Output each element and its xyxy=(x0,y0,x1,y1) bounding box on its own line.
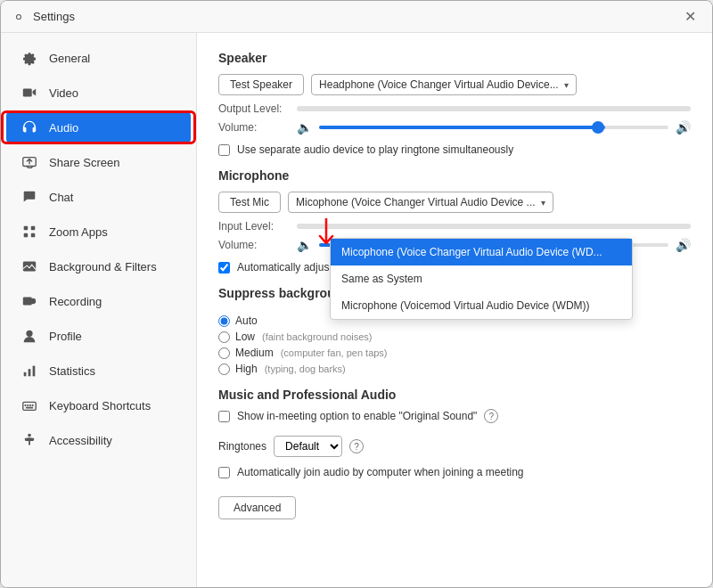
apps-icon xyxy=(20,223,38,241)
suppress-medium-row: Medium (computer fan, pen taps) xyxy=(218,347,691,359)
suppress-auto-label: Auto xyxy=(235,314,258,327)
suppress-high-label: High xyxy=(235,363,258,375)
svg-rect-6 xyxy=(23,262,36,272)
sidebar-item-keyboard-shortcuts[interactable]: Keyboard Shortcuts xyxy=(6,388,191,422)
auto-join-checkbox[interactable] xyxy=(218,467,230,478)
record-icon xyxy=(20,292,38,310)
speaker-chevron-icon: ▾ xyxy=(564,80,569,90)
music-section: Music and Professional Audio Show in-mee… xyxy=(218,388,691,423)
sidebar-item-background-filters[interactable]: Background & Filters xyxy=(6,249,191,283)
test-mic-button[interactable]: Test Mic xyxy=(218,192,281,213)
output-level-label: Output Level: xyxy=(218,102,290,115)
close-button[interactable]: ✕ xyxy=(679,6,701,27)
sidebar-label-accessibility: Accessibility xyxy=(49,434,112,447)
sidebar-item-audio[interactable]: Audio xyxy=(6,110,191,144)
suppress-low-sub: (faint background noises) xyxy=(262,331,373,342)
sidebar-label-profile: Profile xyxy=(49,330,82,343)
sidebar: General Video Audio xyxy=(1,33,197,587)
auto-join-label: Automatically join audio by computer whe… xyxy=(237,466,524,478)
ringtones-select[interactable]: Default xyxy=(274,436,342,457)
mic-option-1[interactable]: Micophone (Voice Changer Virtual Audio D… xyxy=(331,239,632,265)
output-level-bar-container xyxy=(297,106,691,111)
suppress-low-label: Low xyxy=(235,331,255,343)
suppress-medium-radio[interactable] xyxy=(218,347,230,359)
profile-icon xyxy=(20,327,38,345)
speaker-volume-thumb xyxy=(592,121,604,134)
sidebar-item-video[interactable]: Video xyxy=(6,76,191,110)
original-sound-checkbox[interactable] xyxy=(218,411,230,422)
speaker-device-dropdown[interactable]: Headphone (Voice Changer Virtual Audio D… xyxy=(311,74,577,95)
microphone-section-title: Microphone xyxy=(218,168,691,183)
separate-audio-checkbox[interactable] xyxy=(218,144,230,156)
volume-low-icon: 🔈 xyxy=(297,120,312,135)
stats-icon xyxy=(20,362,38,380)
background-icon xyxy=(20,257,38,275)
sidebar-item-general[interactable]: General xyxy=(6,41,191,75)
mic-vol-low-icon: 🔈 xyxy=(297,238,312,252)
mic-vol-high-icon: 🔊 xyxy=(676,238,691,252)
sidebar-label-general: General xyxy=(49,52,90,65)
mic-option-2[interactable]: Same as System xyxy=(331,265,632,292)
sidebar-label-background-filters: Background & Filters xyxy=(49,260,157,274)
svg-rect-3 xyxy=(31,226,36,231)
sidebar-label-video: Video xyxy=(49,86,78,100)
original-sound-info-icon[interactable]: ? xyxy=(484,409,498,423)
settings-window-icon xyxy=(12,10,26,24)
original-sound-row: Show in-meeting option to enable "Origin… xyxy=(218,409,691,423)
title-bar: Settings ✕ xyxy=(1,1,712,33)
suppress-auto-radio[interactable] xyxy=(218,315,230,327)
auto-adjust-label: Automatically adjus xyxy=(237,261,329,274)
gear-icon xyxy=(20,49,38,67)
speaker-device-label: Headphone (Voice Changer Virtual Audio D… xyxy=(319,78,559,91)
svg-rect-17 xyxy=(32,404,34,406)
separate-audio-label: Use separate audio device to play ringto… xyxy=(237,143,513,156)
mic-controls-row: Test Mic Micophone (Voice Changer Virtua… xyxy=(218,192,691,213)
input-level-label: Input Level: xyxy=(218,220,290,233)
mic-device-dropdown[interactable]: Micophone (Voice Changer Virtual Audio D… xyxy=(288,192,553,213)
audio-settings-panel: Speaker Test Speaker Headphone (Voice Ch… xyxy=(197,33,712,587)
headphone-icon xyxy=(20,118,38,136)
sidebar-item-recording[interactable]: Recording xyxy=(6,284,191,318)
test-speaker-button[interactable]: Test Speaker xyxy=(218,74,304,95)
mic-device-label: Micophone (Voice Changer Virtual Audio D… xyxy=(296,196,536,208)
svg-rect-2 xyxy=(24,226,29,231)
sidebar-label-chat: Chat xyxy=(49,191,73,204)
sidebar-item-chat[interactable]: Chat xyxy=(6,180,191,214)
ringtones-info-icon[interactable]: ? xyxy=(349,439,364,453)
share-screen-icon xyxy=(20,153,38,171)
speaker-section-title: Speaker xyxy=(218,51,691,65)
settings-window: Settings ✕ General Video xyxy=(0,0,713,588)
sidebar-item-share-screen[interactable]: Share Screen xyxy=(6,145,191,179)
svg-rect-4 xyxy=(24,233,29,238)
sidebar-item-profile[interactable]: Profile xyxy=(6,319,191,353)
svg-rect-12 xyxy=(33,366,36,377)
sidebar-item-accessibility[interactable]: Accessibility xyxy=(6,423,191,457)
sidebar-label-recording: Recording xyxy=(49,295,102,308)
original-sound-label: Show in-meeting option to enable "Origin… xyxy=(237,410,477,422)
speaker-volume-fill xyxy=(319,126,605,129)
svg-rect-14 xyxy=(25,404,27,406)
mic-option-3[interactable]: Microphone (Voicemod Virtual Audio Devic… xyxy=(331,292,632,319)
sidebar-item-zoom-apps[interactable]: Zoom Apps xyxy=(6,215,191,249)
suppress-low-radio[interactable] xyxy=(218,331,230,343)
sidebar-label-statistics: Statistics xyxy=(49,364,95,378)
speaker-volume-slider[interactable] xyxy=(319,126,668,129)
advanced-button[interactable]: Advanced xyxy=(218,496,296,519)
sidebar-item-audio-wrapper: Audio xyxy=(1,110,196,144)
input-level-row: Input Level: xyxy=(218,220,691,233)
suppress-high-radio[interactable] xyxy=(218,363,230,375)
sidebar-label-audio: Audio xyxy=(49,121,78,135)
svg-rect-16 xyxy=(29,404,31,406)
auto-adjust-checkbox[interactable] xyxy=(218,262,230,274)
video-icon xyxy=(20,84,38,102)
ringtones-row: Ringtones Default ? xyxy=(218,436,691,457)
speaker-controls-row: Test Speaker Headphone (Voice Changer Vi… xyxy=(218,74,691,95)
suppress-high-row: High (typing, dog barks) xyxy=(218,363,691,375)
svg-rect-5 xyxy=(31,233,36,238)
main-content: General Video Audio xyxy=(1,33,712,587)
svg-rect-10 xyxy=(24,372,27,377)
sidebar-item-statistics[interactable]: Statistics xyxy=(6,354,191,388)
svg-rect-18 xyxy=(26,407,33,409)
svg-point-9 xyxy=(26,331,32,337)
volume-high-icon: 🔊 xyxy=(676,120,691,135)
